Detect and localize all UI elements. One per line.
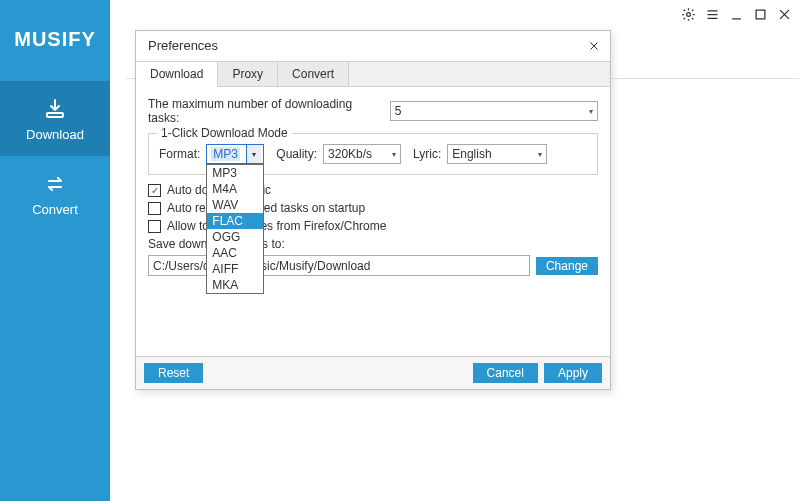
quality-value: 320Kb/s [328,147,372,161]
format-option[interactable]: WAV [207,197,263,213]
svg-rect-0 [47,113,63,117]
max-tasks-label: The maximum number of downloading tasks: [148,97,378,125]
chevron-down-icon: ▾ [589,107,593,116]
settings-icon[interactable] [680,6,696,22]
format-value: MP3 [211,147,240,161]
format-select[interactable]: MP3 ▾ [206,144,264,164]
format-select-wrap: MP3 ▾ MP3M4AWAVFLACOGGAACAIFFMKA [206,144,264,164]
preferences-dialog: Preferences Download Proxy Convert The m… [135,30,611,390]
oneclick-fieldset: 1-Click Download Mode Format: MP3 ▾ MP3M… [148,133,598,175]
sidebar-item-label: Convert [32,202,78,217]
change-button[interactable]: Change [536,257,598,275]
auto-lyric-checkbox[interactable]: ✓ [148,184,161,197]
apply-button[interactable]: Apply [544,363,602,383]
svg-point-1 [686,12,690,16]
max-tasks-select[interactable]: 5 ▾ [390,101,598,121]
maximize-icon[interactable] [752,6,768,22]
quality-label: Quality: [276,147,317,161]
dialog-titlebar: Preferences [136,31,610,61]
sidebar-item-convert[interactable]: Convert [0,156,110,231]
minimize-icon[interactable] [728,6,744,22]
chevron-down-icon: ▾ [246,145,261,163]
app-logo: MUSIFY [14,28,96,51]
close-icon[interactable] [776,6,792,22]
tab-proxy[interactable]: Proxy [218,62,278,86]
auto-retry-checkbox[interactable] [148,202,161,215]
format-label: Format: [159,147,200,161]
oneclick-legend: 1-Click Download Mode [157,126,292,140]
allow-cookies-checkbox[interactable] [148,220,161,233]
dialog-tabs: Download Proxy Convert [136,61,610,87]
auto-retry-label: Auto retry unfinished tasks on startup [167,201,365,215]
svg-rect-2 [756,10,765,19]
format-option[interactable]: MP3 [207,165,263,181]
lyric-value: English [452,147,491,161]
app-root: MUSIFY Download Convert [0,0,800,501]
chevron-down-icon: ▾ [392,150,396,159]
tab-convert[interactable]: Convert [278,62,349,86]
sidebar-item-label: Download [26,127,84,142]
format-option[interactable]: OGG [207,229,263,245]
tab-download[interactable]: Download [136,62,218,87]
format-option[interactable]: AAC [207,245,263,261]
max-tasks-value: 5 [395,104,402,118]
download-icon [43,97,67,121]
max-tasks-row: The maximum number of downloading tasks:… [148,97,598,125]
lyric-label: Lyric: [413,147,441,161]
reset-button[interactable]: Reset [144,363,203,383]
save-path-input[interactable]: C:/Users/claudia/Music/Musify/Download [148,255,530,276]
cancel-button[interactable]: Cancel [473,363,538,383]
quality-select[interactable]: 320Kb/s ▾ [323,144,401,164]
sidebar: MUSIFY Download Convert [0,0,110,501]
format-option[interactable]: AIFF [207,261,263,277]
sidebar-item-download[interactable]: Download [0,81,110,156]
convert-icon [43,172,67,196]
allow-cookies-label: Allow to get cookies from Firefox/Chrome [167,219,386,233]
chevron-down-icon: ▾ [538,150,542,159]
format-option[interactable]: M4A [207,181,263,197]
format-option[interactable]: FLAC [207,213,263,229]
dialog-body: The maximum number of downloading tasks:… [136,87,610,356]
dialog-title-text: Preferences [148,38,218,53]
window-controls [680,6,792,22]
dialog-close-icon[interactable] [588,40,600,52]
menu-icon[interactable] [704,6,720,22]
oneclick-row: Format: MP3 ▾ MP3M4AWAVFLACOGGAACAIFFMKA… [159,144,587,164]
dialog-footer: Reset Cancel Apply [136,356,610,389]
format-option[interactable]: MKA [207,277,263,293]
lyric-select[interactable]: English ▾ [447,144,547,164]
format-dropdown-list: MP3M4AWAVFLACOGGAACAIFFMKA [206,164,264,294]
